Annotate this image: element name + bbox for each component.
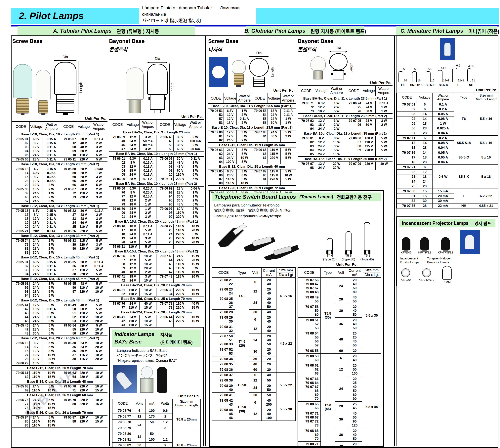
watt-cell: 15 mA [433,189,454,194]
code-cell [345,166,362,170]
voltage-cell [173,279,187,283]
watts-cell: 1.2 [158,437,172,443]
voltage-cell: 110 V [77,319,90,323]
column-header: Volt [335,267,347,278]
watt-cell: 2 W [237,138,252,143]
watt-cell: 1 W [375,109,392,113]
table-row: 1918 V0.11 A2460 V5 W [12,221,108,225]
watt-cell: 2 W [90,179,108,183]
code-cell: 79 08 76 [112,408,133,414]
column-header: CODE [252,93,267,104]
telephone-taunus: (Taunus Lamps) [299,194,333,200]
watt-cell: 0.04A [90,167,108,171]
watt-cell: 0.11 A [43,145,60,149]
voltage-cell: 28 V [224,174,237,177]
code-cell: 14 [12,171,30,175]
watt-cell: 3 W [139,135,156,139]
voltage-cell: 24 V [362,101,375,105]
telephone-title-ko: 전화교환기용 전구 [337,193,372,200]
voltage-cell: 12 V [30,145,43,149]
code-cell: 13 [397,145,417,150]
projector-lamp-ke040: KE-040,070 [419,268,434,281]
table-row: 79 08 7661000.6T6.8 x 20mm [112,408,201,414]
table-row: 5724 V3 W [12,199,108,204]
table-row: 2912 V2 W6648 V5 W [12,183,108,187]
table-row: 79 05 134 V0.15 A79 05 5828 V0.04A [12,167,108,171]
voltage-cell: 220 V [362,162,375,166]
column-header: CODE [397,93,417,102]
code-cell: 79 05 54 [60,323,77,328]
watt-cell: 15 W [187,319,204,323]
section-b-screw-block: Screw Base 나사식 Dia Length [208,38,296,195]
column-header: CODE [156,119,173,130]
group-header: Base E-12, Clear, Dia, 20 x Length 48 mm… [12,336,108,341]
code-cell: 79 07 85 [208,169,224,174]
projector-lamps-box: Incandescent Projector Lamps 영사 램프 KP-8/… [396,216,499,286]
watt-cell: 0.11 A [139,224,156,228]
voltage-cell: 220 V [173,177,187,181]
code-cell: 79 08 5960 [298,354,321,363]
voltage-cell: 6 [417,102,433,107]
watt-cell: 2 W [139,270,156,274]
watt-cell: 2 W [43,239,60,243]
voltage-cell: 24 V [30,319,43,323]
ma-cell: 204050 [347,304,362,318]
voltage-cell: 48 V [173,161,187,165]
voltage-cell: 110 V [126,288,140,292]
voltage-cell: 8 V [30,141,43,145]
table-row: 8628 V6 W90115 V10 W [208,174,296,177]
table-row: 5212 V2 W5424 V0.11 A [208,113,296,117]
code-cell: 79 07 585960 [298,304,321,318]
watt-cell: 10 W [237,156,252,160]
voltage-cell [77,199,90,204]
code-cell: 26 [156,240,173,244]
voltage-cell: 30 V [362,123,375,127]
column-header: Voltage [77,121,90,132]
code-cell: 90 [109,211,126,215]
watt-cell: 25 W [187,306,204,310]
watt-cell: 0.15 A [43,213,60,217]
group-header: Base E-10, Clear, Dia, 10 x Length 28 mm… [12,162,108,167]
group-header-row: Base BA-15d, Clear, Dia, 20 x Length 70 … [109,283,204,288]
code-cell: 84 [298,148,315,152]
type-cell: S5.5-K [454,165,474,189]
code-cell: 05 [12,153,30,157]
column-header: mA [146,399,158,408]
voltage-cell: 115 V [77,239,90,243]
code-cell: 83 [298,144,315,148]
voltage-cell: 48 V [77,183,90,187]
table-row: 158 V0.25A6028 V3 W [12,175,108,179]
code-cell: 63 [208,156,224,160]
code-cell: 79 05 13 [12,167,30,171]
watt-cell [187,323,204,327]
watt-cell: 5 W [43,341,60,345]
table-row: 79 06 716.3V1 W79 06 7424 V0.11 A [298,101,392,105]
voltage-cell: 24 V [224,138,237,143]
code-cell: 17 [109,228,126,232]
ma-cell [146,443,158,448]
group-header-row: Base BA-9s, Clear, Dia. 10 x Length 28 m… [109,181,204,186]
volt-cell: 24 [249,296,262,310]
code-cell: 79 06 92 [156,186,173,191]
code-cell: 79 06 29 [12,361,30,366]
code-cell: 35 [60,345,77,349]
voltage-cell [362,152,375,157]
volt-cell: 36 [335,428,347,442]
code-cell: 25 [60,225,77,229]
code-cell: 79 06 31 [109,288,126,292]
voltage-cell: 220 V [173,236,187,240]
voltage-cell: 6.3V [30,260,43,264]
table-row: 79 07 0160.1 AF65.5 x 16 [397,102,498,107]
volt-cell: 12 [335,363,347,376]
code-cell: 82 [12,251,30,255]
indicator-desc-ru: "Индикаторные лампы Основа BA7" [117,358,201,363]
watt-cell: 0.11 A [43,217,60,221]
code-cell: 19 [12,221,30,225]
watt-cell: 5 W [328,148,345,152]
volts-cell: 24 [133,419,146,431]
table-row: 77110 V10 W80220 V15 W [12,402,108,406]
size-cell: 5.5 x 30 [362,278,381,354]
code-cell: 79 08 34 [212,356,235,362]
table-row: 178 V0.15 A2748 V2 W [12,213,108,217]
dia-label: Dia [155,57,160,61]
